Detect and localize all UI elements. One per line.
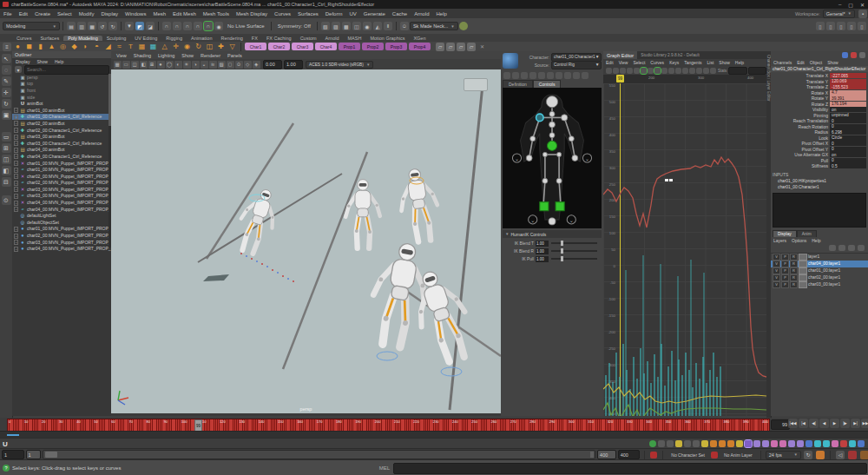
mel-command-input[interactable] (393, 463, 867, 474)
outliner-item[interactable]: ◎ defaultLightSet (12, 212, 111, 219)
outliner-item[interactable]: ▣ side (12, 94, 111, 101)
step-forward-frame-button[interactable]: |▶ (840, 419, 850, 428)
char-shelf-button[interactable]: Char3 (292, 43, 313, 50)
viewport-menu-item[interactable]: Shading (130, 53, 155, 58)
render-view-icon[interactable]: ▧ (321, 22, 330, 30)
insert-keys-icon[interactable] (613, 68, 619, 74)
hik-controls-header[interactable]: HumanIK Controls (510, 232, 546, 237)
play-forwards-button[interactable]: ▶ (830, 419, 839, 428)
rotate-tool-icon[interactable]: ↻ (2, 99, 11, 109)
graph-editor-tab[interactable]: Graph Editor (603, 51, 637, 59)
animbot-icon[interactable] (797, 440, 804, 447)
pause-icon[interactable]: ‖ (384, 22, 392, 30)
char-shelf-button[interactable]: Char2 (268, 43, 290, 50)
channel-value-field[interactable]: 0 (830, 118, 866, 123)
outliner-item[interactable]: ≈ char02_00:MVN_Puppet_IMPORT_PROP_ (12, 180, 111, 187)
channel-row[interactable]: Use Alternate GX on (771, 152, 868, 158)
custom-layout-icon[interactable]: ⊟ (2, 177, 11, 187)
graph-menu-item[interactable]: Show (716, 60, 733, 65)
channel-menu-item[interactable]: Edit (794, 60, 807, 65)
layer-color-chip[interactable] (799, 254, 807, 261)
animbot-icon[interactable] (779, 440, 786, 447)
plateau-tangent-icon[interactable] (696, 68, 702, 74)
four-pane-layout-icon[interactable]: ⊞ (2, 143, 11, 153)
studio-library-tab[interactable]: Studio Library 2.9.8.b2 - Default (641, 53, 700, 57)
input-node-item[interactable]: char01_00:Character1 (771, 184, 868, 190)
channel-row[interactable]: Stiffness 0.5 (771, 163, 868, 169)
layer-color-chip[interactable] (799, 261, 807, 267)
bevel-icon[interactable]: ◢ (103, 43, 113, 51)
graph-menu-item[interactable]: Curves (648, 60, 667, 65)
stats-frame-field[interactable] (728, 67, 746, 75)
snap-curve-icon[interactable]: ∩ (173, 22, 181, 30)
hik-tab[interactable]: Controls (533, 80, 562, 88)
shelf-tab[interactable]: Animation (187, 36, 216, 41)
multi-cut-icon[interactable]: ▦ (148, 43, 158, 51)
zoom-tool-icon[interactable]: ⊙ (2, 195, 11, 205)
outliner-item[interactable]: ● char02_00:MVN_Puppet_IMPORT_PROP_ (12, 232, 111, 239)
animbot-mini-overlay[interactable] (464, 78, 488, 91)
shelf-tab[interactable]: Rendering (216, 36, 247, 41)
channel-value-field[interactable]: 0 (830, 147, 866, 152)
keying-mode-icon[interactable] (538, 72, 545, 79)
region-tool-icon[interactable] (627, 68, 633, 74)
clamped-tangent-icon[interactable] (668, 68, 674, 74)
channel-value-field[interactable]: 176.194 (830, 102, 866, 107)
channel-row[interactable]: Translate Z -155.523 (771, 84, 868, 90)
layer-visible-toggle[interactable]: V (773, 254, 780, 261)
outliner-item[interactable]: ≈ char03_00:MVN_Puppet_IMPORT_PROP_ (12, 193, 111, 200)
new-empty-layer-icon[interactable] (829, 245, 836, 251)
exposure-field[interactable]: 0.00 (263, 60, 282, 69)
range-slider-track[interactable] (43, 450, 595, 459)
shaded-mode-icon[interactable]: ● (157, 61, 165, 69)
layer-playback-toggle[interactable]: P (781, 254, 789, 261)
collapse-arrow-icon[interactable]: ▼ (505, 232, 509, 236)
layer-display-type-toggle[interactable]: R (790, 274, 798, 281)
make-live-icon[interactable]: ◉ (214, 22, 223, 30)
snap-view-plane-icon[interactable]: ∩ (204, 22, 213, 30)
gamma-field[interactable]: 1.00 (284, 60, 303, 69)
shadows-icon[interactable]: ◑ (192, 61, 200, 69)
anti-alias-icon[interactable]: ▧ (218, 61, 226, 69)
key-all-icon[interactable] (851, 52, 857, 58)
shelf-tab[interactable]: FX Caching (262, 36, 296, 41)
combine-icon[interactable]: ✚ (216, 43, 226, 51)
prop-shelf-button[interactable]: Prop4 (409, 43, 431, 50)
mirror-match-icon[interactable] (512, 72, 519, 79)
move-layer-down-icon[interactable] (858, 245, 865, 251)
animbot-icon[interactable] (675, 440, 682, 447)
animbot-icon[interactable] (736, 440, 743, 447)
step-back-key-button[interactable]: |◀ (799, 419, 808, 428)
graph-menu-item[interactable]: List (705, 60, 717, 65)
step-tangent-icon[interactable] (689, 68, 695, 74)
outliner-item[interactable]: ≈ char04_00:MVN_Puppet_IMPORT_PROP_ (12, 206, 111, 213)
outliner-item[interactable]: ▣ persp (12, 74, 111, 81)
animbot-icon[interactable] (849, 440, 856, 447)
animbot-icon[interactable] (693, 440, 700, 447)
workspace-dropdown[interactable]: General*▼ (823, 10, 855, 18)
select-tool-icon[interactable]: ↖ (2, 54, 11, 63)
body-part-icon[interactable] (582, 72, 589, 79)
channel-row[interactable]: Pivot Offset X 0 (771, 141, 868, 147)
textured-mode-icon[interactable]: ◐ (174, 61, 182, 69)
scale-tool-icon[interactable]: ▣ (2, 110, 11, 120)
gate-mask-icon[interactable]: ◧ (140, 61, 148, 69)
animbot-icon[interactable] (658, 440, 665, 447)
poly-cube-icon[interactable]: ◼ (24, 43, 34, 51)
channel-row[interactable]: Reach Translation 0 (771, 118, 868, 124)
maximize-button[interactable]: ▢ (845, 2, 857, 8)
channel-row[interactable]: Rotate Y 39.391 (771, 96, 868, 102)
outliner-item[interactable]: ✚ char04_00:Character1_Ctrl_Reference (12, 153, 111, 160)
spline-tangent-icon[interactable] (661, 68, 667, 74)
animbot-icon[interactable] (858, 440, 865, 447)
snap-projected-center-icon[interactable]: ∩ (194, 22, 202, 30)
viewport-canvas[interactable]: persp (111, 69, 501, 413)
stance-pose-icon[interactable] (521, 72, 528, 79)
shelf-tab[interactable]: UV Editing (130, 36, 161, 41)
full-body-icon[interactable] (573, 72, 580, 79)
channel-row[interactable]: Rotate X 4.7 (771, 90, 868, 96)
outliner-item[interactable]: ✕ char04_00:MVN_Puppet_IMPORT_PROP_ (12, 199, 111, 206)
shelf-tab[interactable]: Curves (12, 36, 36, 41)
layer-row[interactable]: V P R char01_00:layer1 (771, 267, 868, 274)
animbot-icon[interactable] (753, 440, 760, 447)
